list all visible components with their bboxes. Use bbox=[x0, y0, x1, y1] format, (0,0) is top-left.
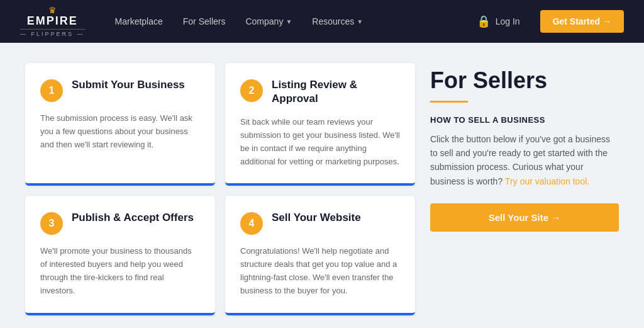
step-body-2: Sit back while our team reviews your sub… bbox=[240, 116, 400, 168]
step-card-4: 4 Sell Your Website Congratulations! We'… bbox=[225, 196, 415, 315]
panel-title: For Sellers bbox=[430, 68, 619, 93]
step-number-4: 4 bbox=[240, 212, 263, 235]
nav-company[interactable]: Company ▼ bbox=[245, 16, 292, 26]
step-header-3: 3 Publish & Accept Offers bbox=[40, 211, 200, 235]
login-button[interactable]: 🔒 Log In bbox=[477, 14, 520, 28]
right-panel: For Sellers HOW TO SELL A BUSINESS Click… bbox=[430, 63, 619, 315]
step-card-1: 1 Submit Your Business The submission pr… bbox=[25, 63, 215, 186]
lock-icon: 🔒 bbox=[477, 14, 491, 28]
step-number-1: 1 bbox=[40, 79, 63, 102]
logo-crown-icon: ♛ bbox=[48, 6, 57, 14]
step-card-2: 2 Listing Review & Approval Sit back whi… bbox=[225, 63, 415, 186]
step-title-2: Listing Review & Approval bbox=[272, 78, 400, 106]
step-number-2: 2 bbox=[240, 79, 263, 102]
step-body-4: Congratulations! We'll help negotiate an… bbox=[240, 245, 400, 297]
get-started-button[interactable]: Get Started → bbox=[540, 10, 624, 33]
sell-site-button[interactable]: Sell Your Site → bbox=[430, 203, 619, 232]
step-title-4: Sell Your Website bbox=[272, 211, 361, 225]
panel-subtitle: HOW TO SELL A BUSINESS bbox=[430, 115, 619, 125]
logo[interactable]: ♛ EMPIRE — FLIPPERS — bbox=[20, 6, 85, 37]
login-label: Log In bbox=[496, 16, 520, 26]
main-content: 1 Submit Your Business The submission pr… bbox=[0, 43, 644, 328]
step-number-3: 3 bbox=[40, 212, 63, 235]
navbar: ♛ EMPIRE — FLIPPERS — Marketplace For Se… bbox=[0, 0, 644, 43]
panel-divider bbox=[430, 101, 468, 103]
step-body-1: The submission process is easy. We'll as… bbox=[40, 112, 200, 151]
logo-flippers-text: — FLIPPERS — bbox=[20, 29, 85, 37]
chevron-down-icon: ▼ bbox=[286, 18, 292, 25]
step-title-3: Publish & Accept Offers bbox=[72, 211, 194, 225]
step-header-2: 2 Listing Review & Approval bbox=[240, 78, 400, 106]
logo-empire-text: EMPIRE bbox=[27, 14, 78, 28]
valuation-tool-link[interactable]: Try our valuation tool. bbox=[505, 176, 589, 186]
nav-resources[interactable]: Resources ▼ bbox=[312, 16, 363, 26]
step-title-1: Submit Your Business bbox=[72, 78, 185, 92]
step-card-3: 3 Publish & Accept Offers We'll promote … bbox=[25, 196, 215, 315]
nav-marketplace[interactable]: Marketplace bbox=[115, 16, 163, 26]
panel-desc: Click the button below if you've got a b… bbox=[430, 132, 619, 189]
step-body-3: We'll promote your business to thousands… bbox=[40, 245, 200, 297]
steps-grid: 1 Submit Your Business The submission pr… bbox=[25, 63, 415, 315]
step-header-1: 1 Submit Your Business bbox=[40, 78, 200, 102]
chevron-down-icon: ▼ bbox=[357, 18, 363, 25]
nav-for-sellers[interactable]: For Sellers bbox=[183, 16, 226, 26]
step-header-4: 4 Sell Your Website bbox=[240, 211, 400, 235]
